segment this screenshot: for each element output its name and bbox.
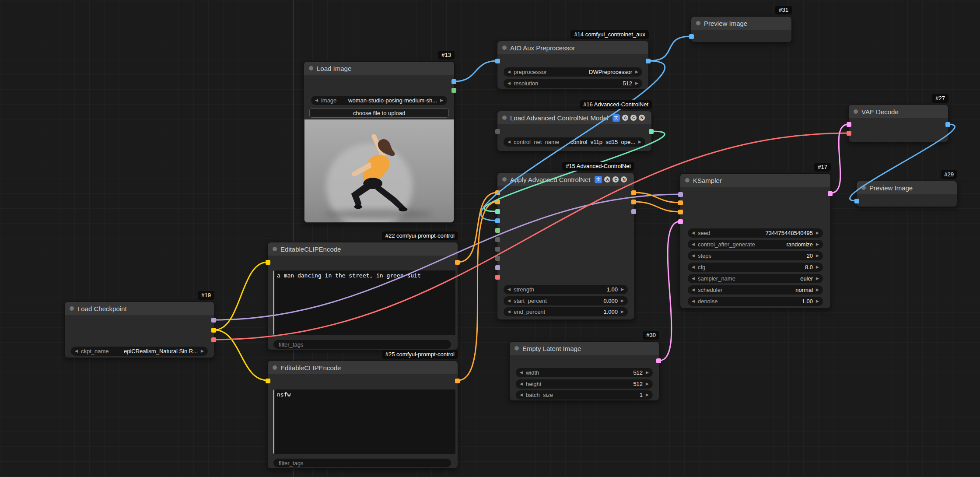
node-header[interactable]: Load Advanced ControlNet Model 文 A C N	[497, 111, 651, 124]
next-arrow-icon[interactable]: ▶	[816, 265, 819, 269]
node-empty-latent-image[interactable]: Empty Latent Image ◀ width 512 ▶ ◀ heigh…	[509, 341, 659, 401]
collapse-dot-icon[interactable]	[854, 109, 858, 114]
slot-vae-input[interactable]	[847, 131, 851, 136]
next-arrow-icon[interactable]: ▶	[621, 310, 624, 314]
prev-arrow-icon[interactable]: ◀	[692, 231, 695, 235]
strength-widget[interactable]: ◀ strength 1.00 ▶	[504, 285, 628, 294]
collapse-dot-icon[interactable]	[685, 178, 690, 182]
next-arrow-icon[interactable]: ▶	[816, 231, 819, 235]
next-arrow-icon[interactable]: ▶	[816, 288, 819, 292]
prev-arrow-icon[interactable]: ◀	[692, 288, 695, 292]
prompt-textarea[interactable]: nsfw	[273, 389, 455, 454]
slot-timestep-keyframe-input[interactable]	[495, 129, 500, 134]
slot-vae-optional-input[interactable]	[495, 275, 500, 280]
height-widget[interactable]: ◀ height 512 ▶	[516, 379, 653, 389]
collapse-dot-icon[interactable]	[696, 21, 700, 25]
node-header[interactable]: Apply Advanced ControlNet 文 A C N	[497, 173, 634, 186]
next-arrow-icon[interactable]: ▶	[646, 371, 649, 375]
next-arrow-icon[interactable]: ▶	[621, 299, 624, 303]
slot-negative-input[interactable]	[495, 200, 500, 204]
filter-tags-input[interactable]: filter_tags	[273, 340, 451, 349]
slot-image-output[interactable]	[646, 59, 651, 63]
node-header[interactable]: Empty Latent Image	[510, 342, 659, 355]
collapse-dot-icon[interactable]	[309, 66, 313, 70]
prompt-textarea[interactable]: a man dancing in the street, in green su…	[273, 270, 455, 335]
collapse-dot-icon[interactable]	[502, 46, 507, 50]
slot-clip-output[interactable]	[211, 328, 216, 333]
node-vae-decode[interactable]: VAE Decode	[848, 105, 948, 142]
seed-widget[interactable]: ◀ seed 734475448540495 ▶	[688, 228, 823, 238]
next-arrow-icon[interactable]: ▶	[816, 254, 819, 258]
prev-arrow-icon[interactable]: ◀	[520, 371, 523, 375]
slot-vae-output[interactable]	[211, 337, 216, 342]
prev-arrow-icon[interactable]: ◀	[508, 81, 511, 85]
next-arrow-icon[interactable]: ▶	[816, 242, 819, 246]
node-preview-image-29[interactable]: Preview Image	[856, 181, 957, 207]
prev-arrow-icon[interactable]: ◀	[508, 288, 511, 291]
slot-positive-input[interactable]	[495, 190, 500, 195]
prev-arrow-icon[interactable]: ◀	[508, 299, 511, 303]
next-arrow-icon[interactable]: ▶	[440, 98, 443, 102]
slot-mask-optional-input[interactable]	[495, 228, 500, 233]
slot-model-output[interactable]	[211, 318, 216, 323]
collapse-dot-icon[interactable]	[273, 365, 277, 370]
slot-conditioning-output[interactable]	[455, 260, 460, 265]
node-header[interactable]: EditableCLIPEncode	[268, 242, 458, 256]
node-load-advanced-controlnet-model[interactable]: Load Advanced ControlNet Model 文 A C N ◀…	[497, 111, 652, 151]
slot-images-input[interactable]	[854, 199, 859, 203]
slot-timestep-kf-input[interactable]	[495, 237, 500, 242]
cfg-widget[interactable]: ◀ cfg 8.0 ▶	[688, 263, 823, 272]
slot-negative-output[interactable]	[631, 200, 636, 204]
prev-arrow-icon[interactable]: ◀	[520, 393, 523, 397]
next-arrow-icon[interactable]: ▶	[635, 81, 638, 85]
batch-size-widget[interactable]: ◀ batch_size 1 ▶	[516, 390, 653, 400]
collapse-dot-icon[interactable]	[502, 177, 507, 182]
prev-arrow-icon[interactable]: ◀	[508, 70, 511, 74]
slot-conditioning-output[interactable]	[455, 379, 460, 383]
next-arrow-icon[interactable]: ▶	[646, 382, 649, 386]
slot-control-net-output[interactable]	[649, 129, 654, 134]
collapse-dot-icon[interactable]	[502, 116, 507, 120]
upload-button[interactable]: choose file to upload	[309, 108, 449, 118]
node-apply-advanced-controlnet[interactable]: Apply Advanced ControlNet 文 A C N ◀ stre…	[497, 172, 634, 320]
prev-arrow-icon[interactable]: ◀	[75, 349, 78, 353]
slot-model-optional-input[interactable]	[495, 265, 500, 270]
next-arrow-icon[interactable]: ▶	[816, 299, 819, 303]
prev-arrow-icon[interactable]: ◀	[692, 242, 695, 246]
node-header[interactable]: Preview Image	[691, 17, 791, 30]
slot-positive-output[interactable]	[631, 190, 636, 195]
node-graph-canvas[interactable]: Load Image ◀ image woman-studio-posing-m…	[0, 0, 980, 477]
prev-arrow-icon[interactable]: ◀	[508, 140, 511, 144]
node-header[interactable]: Load Image	[304, 62, 454, 75]
slot-clip-input[interactable]	[266, 379, 270, 383]
start-percent-widget[interactable]: ◀ start_percent 0.000 ▶	[504, 296, 628, 305]
next-arrow-icon[interactable]: ▶	[635, 70, 638, 74]
node-load-image[interactable]: Load Image ◀ image woman-studio-posing-m…	[304, 61, 455, 223]
node-header[interactable]: Load Checkpoint	[65, 302, 214, 315]
node-ksampler[interactable]: KSampler ◀ seed 734475448540495 ▶ ◀ cont…	[680, 173, 831, 309]
control-after-generate-widget[interactable]: ◀ control_after_generate randomize ▶	[688, 240, 823, 249]
slot-control-net-input[interactable]	[495, 209, 500, 214]
sampler-name-widget[interactable]: ◀ sampler_name euler ▶	[688, 274, 823, 283]
node-editable-clip-encode-25[interactable]: EditableCLIPEncode nsfw filter_tags	[267, 361, 458, 469]
prev-arrow-icon[interactable]: ◀	[692, 299, 695, 303]
node-header[interactable]: AIO Aux Preprocessor	[497, 41, 648, 54]
slot-images-input[interactable]	[689, 34, 694, 39]
collapse-dot-icon[interactable]	[861, 186, 866, 190]
control-net-name-widget[interactable]: ◀ control_net_name control_v11p_sd15_ope…	[504, 137, 645, 147]
prev-arrow-icon[interactable]: ◀	[508, 310, 511, 314]
slot-latent-kf-override-input[interactable]	[495, 247, 500, 252]
node-header[interactable]: EditableCLIPEncode	[268, 361, 458, 374]
node-header[interactable]: Preview Image	[857, 181, 957, 194]
next-arrow-icon[interactable]: ▶	[638, 140, 641, 144]
slot-image-output[interactable]	[945, 122, 950, 127]
steps-widget[interactable]: ◀ steps 20 ▶	[688, 251, 823, 260]
slot-latent-image-input[interactable]	[678, 219, 683, 224]
slot-model-opt-output[interactable]	[631, 209, 636, 214]
denoise-widget[interactable]: ◀ denoise 1.00 ▶	[688, 297, 823, 306]
slot-image-input[interactable]	[495, 218, 500, 223]
collapse-dot-icon[interactable]	[70, 306, 74, 311]
collapse-dot-icon[interactable]	[273, 247, 277, 251]
scheduler-widget[interactable]: ◀ scheduler normal ▶	[688, 285, 823, 295]
node-header[interactable]: VAE Decode	[849, 105, 948, 118]
